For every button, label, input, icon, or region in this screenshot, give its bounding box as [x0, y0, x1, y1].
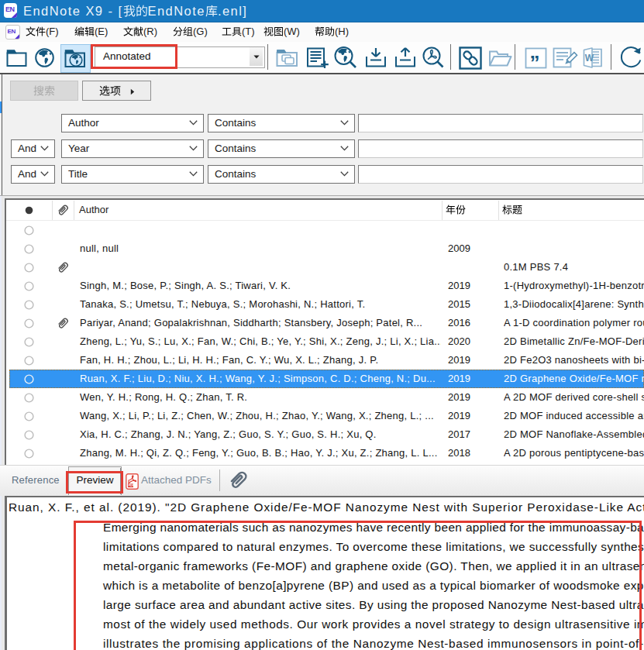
svg-text:”: ” — [530, 51, 540, 69]
svg-text:PDF: PDF — [129, 484, 135, 487]
svg-text:W: W — [585, 53, 594, 64]
